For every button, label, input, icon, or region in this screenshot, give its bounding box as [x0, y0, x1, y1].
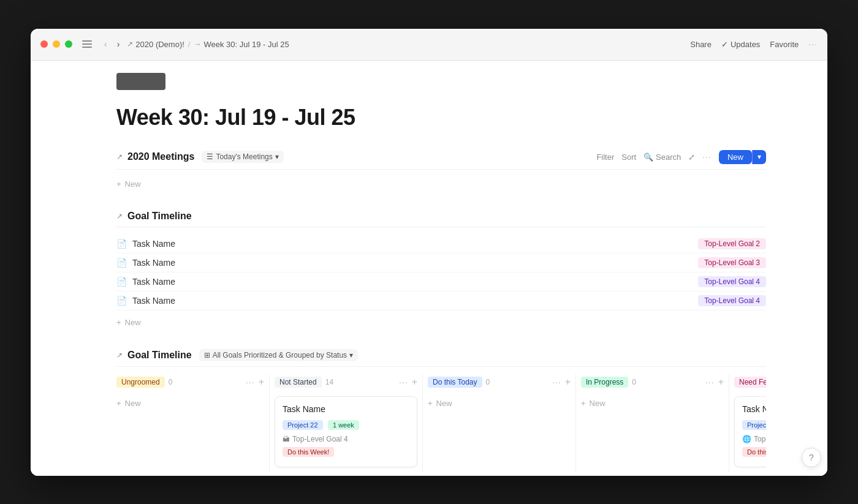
kanban-card-goal: 🏔 Top-Level Goal 4 [283, 435, 409, 443]
forward-arrow-icon[interactable]: › [115, 38, 123, 50]
task-tag: Top-Level Goal 4 [698, 276, 766, 287]
breadcrumb-item-demo[interactable]: ↗ 2020 (Demo)! [127, 40, 184, 49]
status-badge-do-today: Do this Today [428, 377, 482, 388]
kanban-col-add-icon-2[interactable]: + [412, 377, 417, 388]
goal-timeline-expand-icon[interactable]: ↗ [116, 212, 123, 220]
task-row[interactable]: 📄 Task Name Top-Level Goal 4 [116, 273, 766, 291]
maximize-button[interactable] [65, 40, 72, 48]
task-name: Task Name [132, 277, 698, 287]
close-button[interactable] [40, 40, 48, 48]
kanban-col-actions-in-progress: ··· + [705, 377, 724, 388]
kanban-col-do-today: Do this Today 0 ··· + + New [423, 374, 576, 472]
kanban-chip-duration: 1 week [328, 420, 359, 430]
kanban-col-add-icon[interactable]: + [259, 377, 264, 388]
breadcrumb-separator: / [188, 40, 191, 49]
kanban-col-header-need-feedback: Need Feedback 3 ··· [734, 374, 766, 390]
meetings-view-selector[interactable]: ☰ Today's Meetings ▾ [202, 151, 283, 163]
kanban-col-need-feedback: Need Feedback 3 ··· Task Name Project 3 … [729, 374, 766, 472]
meetings-section-header: ↗ 2020 Meetings ☰ Today's Meetings ▾ Fil… [116, 150, 766, 170]
goal-timeline-kanban-header: ↗ Goal Timeline ⊞ All Goals Prioritized … [116, 349, 766, 367]
page-title: Week 30: Jul 19 - Jul 25 [116, 105, 766, 130]
kanban-chip-do-week-2: Do this Week! [742, 447, 766, 457]
plus-icon: + [116, 399, 121, 408]
updates-button[interactable]: ✓ Updates [721, 40, 760, 49]
kanban-col-header-do-today: Do this Today 0 ··· + [428, 374, 571, 390]
goal-timeline-list-title: Goal Timeline [127, 211, 192, 222]
kanban-col-in-progress: In Progress 0 ··· + + New [576, 374, 729, 472]
traffic-lights [40, 40, 72, 48]
search-button[interactable]: 🔍 Search [644, 152, 681, 162]
kanban-col-header-in-progress: In Progress 0 ··· + [581, 374, 724, 390]
goal-timeline-list-header: ↗ Goal Timeline [116, 211, 766, 227]
breadcrumb-item-week[interactable]: → Week 30: Jul 19 - Jul 25 [194, 40, 289, 49]
goal-timeline-kanban-section: ↗ Goal Timeline ⊞ All Goals Prioritized … [116, 349, 766, 476]
titlebar-nav: ‹ › [102, 38, 122, 50]
plus-icon: + [428, 399, 433, 408]
kanban-view-selector[interactable]: ⊞ All Goals Prioritized & Grouped by Sta… [199, 349, 358, 361]
kanban-chip-project3: Project 3 [742, 420, 766, 430]
goal-list-add-new[interactable]: + New [116, 315, 766, 329]
status-badge-ungroomed: Ungroomed [116, 377, 165, 388]
kanban-card[interactable]: Task Name Project 22 1 week 🏔 Top-Level … [275, 396, 417, 467]
kanban-col-more-icon-2[interactable]: ··· [399, 377, 408, 387]
kanban-col-add-icon-3[interactable]: + [565, 377, 571, 388]
kanban-add-new-in-progress[interactable]: + New [581, 396, 724, 410]
task-doc-icon: 📄 [116, 277, 126, 287]
favorite-button[interactable]: Favorite [770, 40, 799, 49]
goal-timeline-list-section: ↗ Goal Timeline 📄 Task Name Top-Level Go… [116, 211, 766, 329]
kanban-card-chips-feedback: Project 3 1 week [742, 419, 766, 432]
meetings-expand-icon[interactable]: ↗ [116, 152, 123, 161]
meetings-new-button[interactable]: New [719, 150, 752, 164]
meetings-more-icon[interactable]: ··· [702, 152, 712, 162]
kanban-col-add-icon-4[interactable]: + [718, 377, 724, 388]
kanban-card-chips: Project 22 1 week [283, 419, 409, 432]
task-name: Task Name [132, 239, 698, 249]
kanban-card-title: Task Name [283, 404, 409, 414]
status-badge-need-feedback: Need Feedback [734, 377, 766, 388]
hamburger-menu-icon[interactable] [82, 40, 92, 48]
kanban-count-ungroomed: 0 [169, 378, 173, 386]
kanban-chip-project: Project 22 [283, 420, 323, 430]
kanban-col-header-not-started: Not Started 14 ··· + [275, 374, 417, 390]
task-row[interactable]: 📄 Task Name Top-Level Goal 3 [116, 254, 766, 273]
expand-icon[interactable]: ⤢ [688, 152, 695, 162]
task-tag: Top-Level Goal 2 [698, 238, 766, 249]
meetings-section: ↗ 2020 Meetings ☰ Today's Meetings ▾ Fil… [116, 150, 766, 191]
plus-icon: + [116, 179, 121, 189]
minimize-button[interactable] [53, 40, 60, 48]
main-content: Week 30: Jul 19 - Jul 25 ↗ 2020 Meetings… [31, 61, 827, 476]
share-button[interactable]: Share [690, 40, 712, 49]
status-badge-not-started: Not Started [275, 377, 322, 388]
kanban-add-new-ungroomed[interactable]: + New [116, 396, 264, 410]
chevron-down-icon: ▾ [275, 152, 279, 161]
help-button[interactable]: ? [802, 448, 821, 467]
meetings-section-title: 2020 Meetings [127, 151, 194, 162]
goal-kanban-expand-icon[interactable]: ↗ [116, 351, 123, 359]
task-tag: Top-Level Goal 4 [698, 295, 766, 306]
checkmark-icon: ✓ [721, 40, 728, 49]
mountain-icon: 🏔 [283, 435, 290, 443]
cover-image [116, 73, 165, 90]
kanban-card-feedback[interactable]: Task Name Project 3 1 week 🌐 Top-Level G… [734, 396, 766, 467]
meetings-new-button-group[interactable]: New ▾ [719, 150, 766, 164]
kanban-chip-do-week: Do this Week! [283, 447, 334, 457]
task-row[interactable]: 📄 Task Name Top-Level Goal 2 [116, 235, 766, 254]
kanban-col-ungroomed: Ungroomed 0 ··· + + New [116, 374, 270, 472]
task-name: Task Name [132, 296, 698, 306]
sort-button[interactable]: Sort [621, 152, 636, 162]
kanban-col-more-icon-4[interactable]: ··· [705, 377, 715, 387]
kanban-col-more-icon[interactable]: ··· [246, 377, 255, 387]
more-options-button[interactable]: ··· [808, 39, 818, 49]
task-row[interactable]: 📄 Task Name Top-Level Goal 4 [116, 291, 766, 310]
filter-button[interactable]: Filter [596, 152, 614, 162]
plus-icon: + [581, 399, 586, 408]
task-doc-icon: 📄 [116, 239, 126, 249]
kanban-card-tag-feedback: Do this Week! [742, 446, 766, 459]
task-doc-icon: 📄 [116, 258, 126, 268]
globe-icon: 🌐 [742, 435, 751, 443]
meetings-new-dropdown[interactable]: ▾ [752, 150, 766, 164]
meetings-add-new[interactable]: + New [116, 177, 766, 191]
kanban-col-more-icon-3[interactable]: ··· [552, 377, 561, 387]
kanban-add-new-do-today[interactable]: + New [428, 396, 571, 410]
back-arrow-icon[interactable]: ‹ [102, 38, 110, 50]
